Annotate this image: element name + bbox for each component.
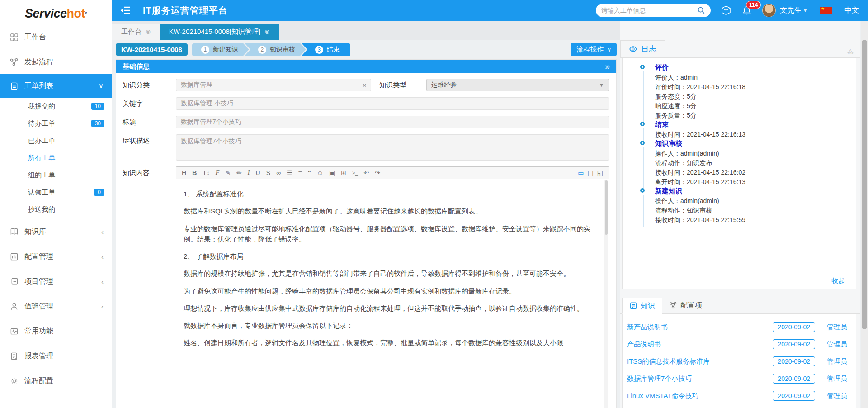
log-entry-new-knowledge: 新建知识 操作人：admin(admin) 流程动作：知识审核 接收时间：202… [623,187,849,225]
sidebar-subitem-cc-me[interactable]: 抄送我的 [0,201,112,218]
underline-icon[interactable]: U [256,169,260,176]
code-icon[interactable]: >_ [352,170,358,176]
knowledge-author[interactable]: 管理员 [827,392,850,400]
bold-icon[interactable]: B [192,169,197,176]
list-icon[interactable]: ☰ [287,169,292,176]
knowledge-date-chip[interactable]: 2020-09-02 [773,339,815,349]
preview-icon[interactable]: ▤ [588,169,594,176]
fullscreen-icon[interactable]: ◱ [597,169,603,176]
sidebar-subitem-my-submitted[interactable]: 我提交的 10 [0,98,112,115]
keywords-input[interactable]: 数据库管理 小技巧 [176,97,609,110]
emoji-icon[interactable]: ☺ [317,169,323,176]
sidebar-item-knowledge-base[interactable]: 知识库 ‹ [0,220,112,243]
knowledge-link[interactable]: 数据库管理7个小技巧 [627,375,773,383]
redo-icon[interactable]: ↷ [375,169,380,176]
symptom-textarea[interactable]: 数据库管理7个小技巧 [176,134,609,161]
knowledge-category-input[interactable]: 数据库管理 × [176,79,371,91]
italic-icon[interactable]: I [248,169,250,176]
tab-ticket-kw-20210415-0008[interactable]: KW-20210415-0008[知识管理] ⊗ [160,24,279,40]
knowledge-link[interactable]: 产品说明书 [627,340,773,349]
rich-text-editor[interactable]: H B T↕ F ✎ ✏ I U S ∞ ☰ ≡ “ [176,166,609,408]
knowledge-date-chip[interactable]: 2020-09-02 [773,391,815,401]
sidebar-item-config-mgmt[interactable]: 配置管理 ‹ [0,245,112,268]
cube-icon[interactable] [721,5,731,16]
knowledge-link[interactable]: Linux VMSTAT命令技巧 [627,392,773,400]
knowledge-link[interactable]: 新产品说明书 [627,323,773,332]
page-scrollbar-thumb[interactable] [862,40,867,329]
knowledge-author[interactable]: 管理员 [827,357,850,366]
log-entry-title[interactable]: 评价 [655,63,849,72]
knowledge-author[interactable]: 管理员 [827,340,850,349]
user-avatar[interactable] [762,4,776,17]
sidebar-item-project-mgmt[interactable]: 项目管理 ‹ [0,270,112,293]
strikethrough-icon[interactable]: S [266,169,270,176]
collapse-log-link[interactable]: 收起 [623,277,849,285]
sidebar-item-label: 发起流程 [24,57,53,67]
search-icon[interactable] [697,6,705,14]
knowledge-date-chip[interactable]: 2020-09-02 [773,356,815,366]
collapse-panel-icon[interactable]: » [605,62,610,71]
knowledge-date-chip[interactable]: 2020-09-02 [773,322,815,332]
sidebar-item-report-mgmt[interactable]: 报表管理 [0,345,112,367]
title-input[interactable]: 数据库管理7个小技巧 [176,116,609,128]
page-scrollbar[interactable] [861,21,868,408]
editor-scrollbar-thumb[interactable] [605,180,608,235]
font-family-icon[interactable]: F [216,169,220,176]
close-icon[interactable]: ⊗ [264,28,270,35]
sidebar-subitem-done[interactable]: 已办工单 [0,132,112,149]
font-size-icon[interactable]: T↕ [203,169,210,176]
log-line: 操作人：admin(admin) [655,196,849,206]
sidebar-subitem-claim-orders[interactable]: 认领工单 0 [0,184,112,201]
close-icon[interactable]: ⊗ [146,28,151,35]
tab-related-knowledge[interactable]: 知识 [622,298,662,314]
sidebar-item-order-list[interactable]: 工单列表 ∨ [0,74,112,98]
pencil-icon[interactable]: ✎ [225,169,231,176]
knowledge-date-chip[interactable]: 2020-09-02 [773,374,815,384]
sidebar-item-flow-config[interactable]: 流程配置 [0,370,112,392]
search-input[interactable] [601,7,697,14]
layout-view-icon[interactable]: ▭ [578,169,584,176]
language-switcher[interactable]: 中文 [844,6,859,15]
sidebar-item-start-flow[interactable]: 发起流程 [0,51,112,73]
image-icon[interactable]: ▣ [329,169,335,176]
heading-icon[interactable]: H [182,169,186,176]
tab-log[interactable]: 日志 [620,40,665,57]
sidebar-item-common-funcs[interactable]: 常用功能 [0,320,112,342]
align-icon[interactable]: ≡ [298,169,302,176]
tab-workbench[interactable]: 工作台 ⊗ [112,24,160,40]
knowledge-author[interactable]: 管理员 [827,375,850,383]
china-flag-icon[interactable]: ★ [820,7,832,14]
knowledge-link[interactable]: ITSS的信息技术服务标准库 [627,357,773,366]
sidebar-subitem-group-orders[interactable]: 组的工单 [0,166,112,184]
log-entry-title[interactable]: 知识审核 [655,139,849,148]
sidebar-item-duty-mgmt[interactable]: 值班管理 ‹ [0,295,112,318]
table-icon[interactable]: ⊞ [341,169,346,176]
select-caret-icon[interactable]: ▼ [599,82,604,88]
knowledge-author[interactable]: 管理员 [827,323,850,332]
log-line: 接收时间：2021-04-15 22:16:13 [655,130,849,139]
undo-icon[interactable]: ↶ [364,169,369,176]
tab-related-config-items[interactable]: 配置项 [662,297,709,313]
quote-icon[interactable]: “ [308,169,311,176]
sidebar-subitem-todo[interactable]: 待办工单 30 [0,115,112,132]
user-name[interactable]: 文先生 [780,6,802,15]
user-menu-caret-icon[interactable]: ▾ [804,7,807,14]
subitem-label: 我提交的 [28,102,55,111]
search-box[interactable] [596,4,711,17]
flow-actions-button[interactable]: 流程操作 ∨ [571,43,617,56]
editor-scrollbar[interactable] [604,180,608,408]
brand-logo[interactable]: Servicehot° [0,0,112,24]
clear-icon[interactable]: × [363,82,366,89]
editor-content[interactable]: 1、 系统配置标准化 数据库和SQL实例的数量不断在扩大已经不是新闻了。这意味着… [176,179,609,408]
subitem-label: 所有工单 [28,154,55,162]
sidebar-item-workbench[interactable]: 工作台 [0,26,112,48]
log-entry-title[interactable]: 新建知识 [655,187,849,195]
log-entry-title[interactable]: 结束 [655,120,849,129]
back-to-top-icon[interactable]: ▵ TOP [847,48,854,57]
knowledge-type-select[interactable]: 运维经验 ▼ [426,79,609,91]
sidebar-subitem-all-orders[interactable]: 所有工单 [0,149,112,166]
notification-bell-icon[interactable]: 114 [741,5,752,16]
link-icon[interactable]: ∞ [276,169,281,176]
sidebar-collapse-icon[interactable] [120,6,131,15]
brush-icon[interactable]: ✏ [236,169,242,176]
